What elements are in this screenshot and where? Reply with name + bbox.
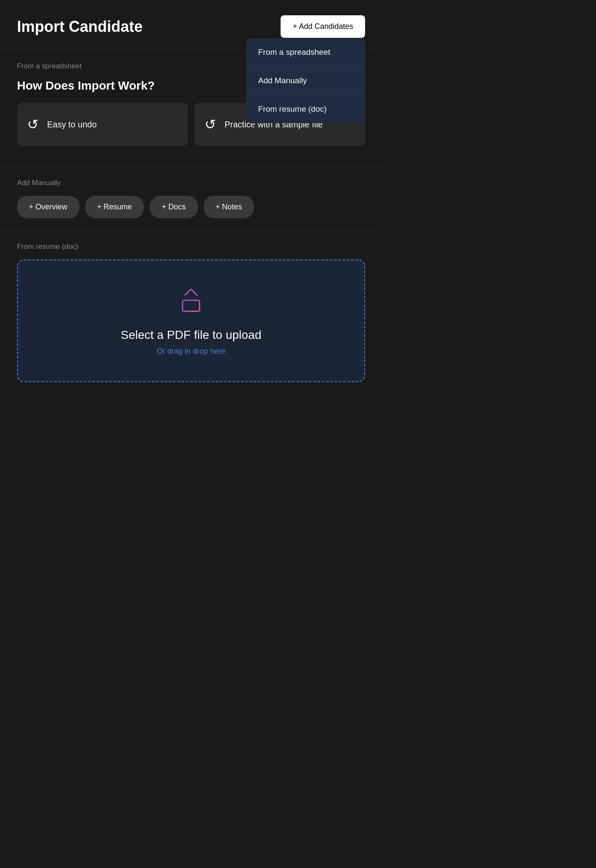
resume-button[interactable]: + Resume xyxy=(85,196,144,218)
upload-title: Select a PDF file to upload xyxy=(121,328,261,342)
dropdown-item-manually[interactable]: Add Manually xyxy=(246,67,365,95)
overview-button[interactable]: + Overview xyxy=(17,196,79,218)
add-manually-buttons: + Overview + Resume + Docs + Notes xyxy=(17,196,365,218)
resume-doc-label: From resume (doc) xyxy=(17,242,365,251)
easy-undo-card[interactable]: ↺ Easy to undo xyxy=(17,103,188,146)
dropdown-menu: From a spreadsheet Add Manually From res… xyxy=(246,38,365,123)
page-title: Import Candidate xyxy=(17,18,143,36)
notes-button[interactable]: + Notes xyxy=(204,196,254,218)
add-manually-section: Add Manually + Overview + Resume + Docs … xyxy=(0,166,382,230)
docs-button[interactable]: + Docs xyxy=(150,196,198,218)
practice-icon: ↺ xyxy=(205,116,216,132)
header: Import Candidate + Add Candidates From a… xyxy=(0,0,382,50)
undo-icon: ↺ xyxy=(27,116,39,132)
add-candidates-button[interactable]: + Add Candidates xyxy=(281,15,365,38)
upload-area[interactable]: Select a PDF file to upload Or drag in d… xyxy=(17,259,365,382)
easy-undo-text: Easy to undo xyxy=(47,120,97,130)
upload-subtitle[interactable]: Or drag in drop here xyxy=(157,347,225,356)
upload-icon-container xyxy=(176,286,206,318)
dropdown-item-resume[interactable]: From resume (doc) xyxy=(246,95,365,123)
add-manually-label: Add Manually xyxy=(17,179,365,187)
upload-icon xyxy=(176,286,206,316)
dropdown-item-spreadsheet[interactable]: From a spreadsheet xyxy=(246,38,365,67)
resume-section: From resume (doc) Select a PDF file to u… xyxy=(0,230,382,394)
